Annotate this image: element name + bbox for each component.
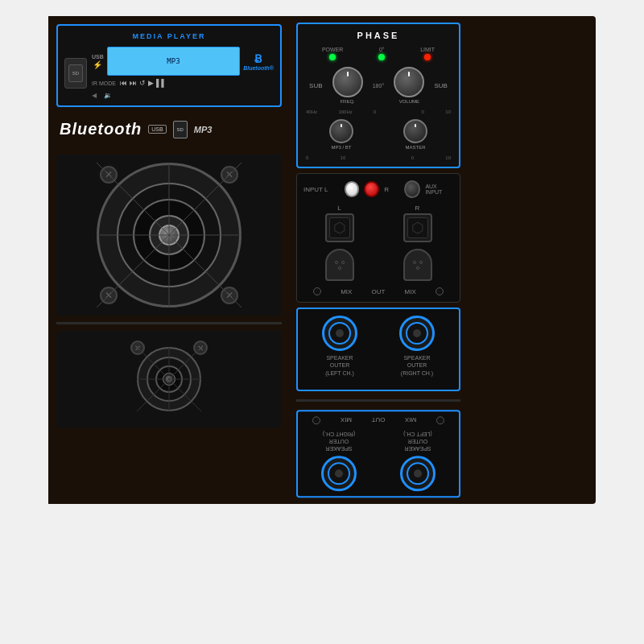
bottom-fan-section: ✕ ✕: [56, 331, 282, 427]
trs-right-jack[interactable]: ⬡: [403, 213, 432, 242]
bottom-mix-right-label: MIX: [341, 416, 352, 423]
freq-mid: 160Hz: [338, 109, 352, 114]
freq-high: 0: [374, 109, 376, 114]
prev-button[interactable]: ⏮: [120, 79, 127, 87]
sd-badge: SD: [173, 121, 188, 138]
right-panel: PHASE POWER 0° LIMIT: [290, 16, 467, 504]
volume-knob-group: VOLUME: [394, 67, 424, 105]
trs-right-inner: ⬡: [407, 217, 428, 238]
master-scale-0: 0: [411, 155, 414, 160]
bottom-out-label: OUT: [372, 416, 386, 423]
aux-jack[interactable]: [404, 180, 421, 198]
mix-out-row: MIX OUT MIX: [303, 287, 453, 295]
mp3-scale-0: 0: [306, 155, 308, 160]
trs-row: L ⬡ R ⬡: [303, 204, 453, 242]
aux-input-label: AUX INPUT: [425, 184, 453, 195]
media-player-section: MEDIA PLAYER SD: [56, 24, 282, 107]
mix-right-label: MIX: [405, 288, 416, 295]
xlr-right[interactable]: [403, 249, 432, 281]
speaker-right-center: [413, 329, 421, 337]
control-row-2: ◀ 🔉: [92, 92, 274, 99]
volume-label: VOLUME: [399, 99, 419, 105]
speaker-connectors: SPEAKER OUTER (LEFT CH.): [304, 316, 452, 376]
speaker-left-conn: SPEAKER OUTER (LEFT CH.): [322, 316, 357, 376]
bottom-mix-right: [312, 416, 320, 424]
bottom-speaker-section: SPEAKER OUTER (LEFT CH.): [296, 410, 460, 497]
left-channel-label: L: [324, 186, 340, 193]
power-indicator: POWER: [322, 47, 343, 60]
bottom-speaker-left-label: SPEAKER OUTER (LEFT CH.): [403, 431, 432, 452]
next-button[interactable]: ⏭: [130, 79, 137, 87]
freq-label: FREQ.: [340, 99, 354, 105]
speaker-right-label: SPEAKER OUTER (RIGHT CH.): [401, 354, 433, 376]
speaker-left-jack[interactable]: [322, 316, 357, 351]
master-label: MASTER: [405, 145, 425, 151]
mp3-bt-label: MP3 / BT: [331, 145, 351, 151]
fan-section: ✕ ✕ ✕ ✕: [56, 155, 282, 316]
bt-text: Bluetooth®: [243, 65, 274, 71]
bottom-mix-row: MIX OUT MIX: [303, 416, 454, 424]
display-area: USB ⚡ MP3 Ƀ Bluetooth®: [92, 47, 274, 99]
trs-left-jack[interactable]: ⬡: [325, 213, 354, 242]
device-container: MEDIA PLAYER SD: [0, 0, 644, 644]
bottom-speaker-right-jack[interactable]: [321, 456, 357, 491]
bt-main-label: Bluetooth: [60, 120, 142, 138]
separator-line: [56, 322, 282, 324]
phase-0-led: [378, 54, 385, 60]
speaker-right-conn: SPEAKER OUTER (RIGHT CH.): [399, 316, 435, 376]
fan-container: ✕ ✕ ✕ ✕: [97, 163, 242, 308]
power-label: POWER: [322, 47, 343, 52]
repeat-button[interactable]: ↺: [139, 79, 146, 87]
freq-knob[interactable]: [332, 67, 363, 97]
media-player-title: MEDIA PLAYER: [64, 32, 274, 40]
bt-icons-row: Bluetooth USB SD MP3: [56, 114, 282, 145]
bottom-speaker-left: SPEAKER OUTER (LEFT CH.): [400, 431, 436, 491]
bluetooth-indicator: Ƀ Bluetooth®: [243, 52, 274, 71]
mp3-scale-10: 10: [341, 155, 346, 160]
power-led: [329, 54, 336, 60]
xlr-row: [303, 249, 453, 281]
vol-down-icon: 🔉: [104, 92, 112, 99]
rca-right-red[interactable]: [364, 181, 379, 197]
mp3-bt-knob-group: MP3 / BT: [329, 119, 353, 151]
bottom-speaker-left-center: [414, 469, 422, 477]
ir-mode-label: IR MODE: [92, 80, 116, 86]
phase-indicators: POWER 0° LIMIT: [304, 47, 452, 60]
play-pause-button[interactable]: ▶▐▐: [148, 79, 164, 87]
bottom-speaker-right: SPEAKER OUTER (RIGHT CH.): [321, 431, 357, 491]
master-knob-group: MASTER: [403, 119, 427, 151]
phase-title: PHASE: [304, 31, 452, 40]
trs-left-inner: ⬡: [329, 217, 350, 238]
mp3-master-row: MP3 / BT MASTER: [304, 119, 452, 151]
xlr-right-dots: [413, 261, 423, 270]
speaker-output-section: SPEAKER OUTER (LEFT CH.): [296, 308, 460, 390]
rca-input-row: INPUT L R AUX INPUT: [303, 180, 453, 198]
back-button[interactable]: ◀: [92, 92, 97, 99]
right-channel-label: R: [384, 186, 399, 193]
bottom-mix-left-label: MIX: [405, 416, 416, 423]
bottom-speaker-right-label: SPEAKER OUTER (RIGHT CH.): [323, 431, 355, 452]
sub-knobs-row: SUB FREQ. 180°: [304, 67, 452, 105]
bottom-speaker-right-inner: [328, 462, 350, 485]
freq-knob-group: FREQ.: [332, 67, 363, 105]
speaker-right-jack[interactable]: [399, 316, 435, 351]
mix-left-circle: [313, 287, 321, 295]
bottom-mix-left: [436, 416, 444, 424]
device-panel: MEDIA PLAYER SD: [48, 16, 596, 504]
bottom-speaker-left-jack[interactable]: [400, 456, 436, 491]
mp3-bt-knob[interactable]: [329, 119, 353, 143]
usb-badge: USB: [148, 125, 166, 134]
xlr-left[interactable]: [325, 249, 354, 281]
media-player-inner: SD USB ⚡: [64, 47, 274, 99]
speaker-left-label: SPEAKER OUTER (LEFT CH.): [325, 354, 354, 376]
inputs-section: INPUT L R AUX INPUT L ⬡: [296, 173, 460, 303]
master-knob[interactable]: [403, 119, 427, 143]
volume-knob[interactable]: [394, 67, 424, 97]
speaker-right-inner: [406, 322, 428, 345]
rca-left-white[interactable]: [345, 181, 360, 197]
limit-led: [424, 54, 431, 60]
input-section-label: INPUT: [303, 186, 320, 193]
control-row: IR MODE ⏮ ⏭ ↺ ▶▐▐: [92, 79, 274, 87]
sd-card-slot[interactable]: SD: [64, 58, 87, 89]
mp3-badge: MP3: [194, 125, 213, 134]
